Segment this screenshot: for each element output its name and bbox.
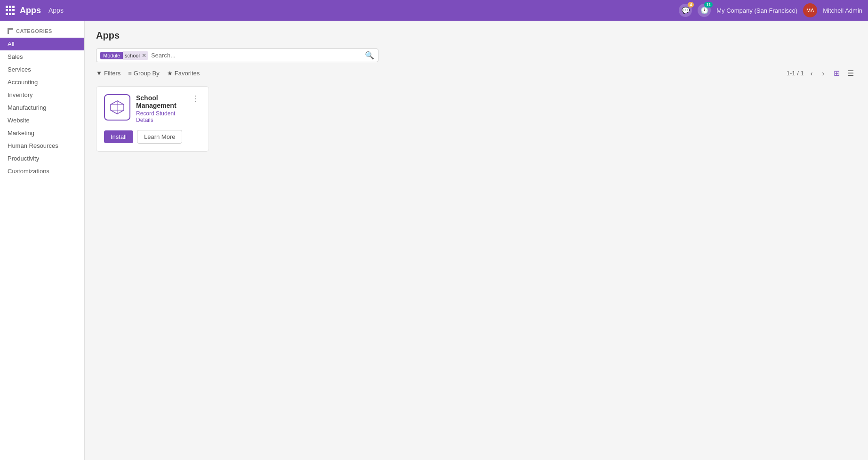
sidebar: CATEGORIES AllSalesServicesAccountingInv…	[0, 21, 85, 460]
chat-badge: 4	[688, 2, 694, 8]
pagination-prev[interactable]: ‹	[808, 69, 816, 78]
list-view-button[interactable]: ☰	[844, 68, 857, 79]
filter-actions: ▼ Filters ≡ Group By ★ Favorites	[96, 70, 200, 77]
sidebar-item-manufacturing[interactable]: Manufacturing	[0, 101, 84, 114]
filters-button[interactable]: ▼ Filters	[96, 70, 121, 77]
groupby-button[interactable]: ≡ Group By	[128, 70, 160, 77]
sidebar-item-customizations[interactable]: Customizations	[0, 165, 84, 178]
company-name[interactable]: My Company (San Francisco)	[716, 7, 797, 14]
app-card-actions: Install Learn More	[104, 130, 201, 144]
app-layout: CATEGORIES AllSalesServicesAccountingInv…	[0, 21, 868, 460]
search-input[interactable]	[151, 52, 363, 59]
user-avatar[interactable]: MA	[803, 3, 817, 17]
sidebar-item-human-resources[interactable]: Human Resources	[0, 139, 84, 152]
main-content: Apps Module school ✕ 🔍 ▼ Filters	[85, 21, 868, 460]
categories-label: CATEGORIES	[0, 28, 84, 38]
app-card-desc: Record Student Details	[136, 110, 190, 123]
breadcrumb: Apps	[48, 7, 64, 14]
pagination-count: 1-1 / 1	[787, 70, 804, 77]
sidebar-item-productivity[interactable]: Productivity	[0, 152, 84, 165]
app-card-icon	[104, 94, 130, 121]
search-bar: Module school ✕ 🔍	[96, 48, 378, 62]
search-bar-row: Module school ✕ 🔍	[96, 48, 857, 62]
grid-view-button[interactable]: ⊞	[831, 68, 843, 79]
app-card: School Management Record Student Details…	[96, 86, 209, 152]
app-card-name: School Management	[136, 94, 190, 109]
app-card-menu-icon[interactable]: ⋮	[190, 94, 201, 103]
chat-notification-icon[interactable]: 💬 4	[679, 4, 692, 17]
app-card-header: School Management Record Student Details…	[104, 94, 201, 123]
sidebar-item-sales[interactable]: Sales	[0, 50, 84, 63]
filter-icon: ▼	[96, 70, 102, 77]
grid-menu-icon[interactable]	[6, 6, 15, 15]
learn-more-button[interactable]: Learn More	[137, 130, 182, 144]
favorites-button[interactable]: ★ Favorites	[167, 70, 200, 77]
sidebar-item-inventory[interactable]: Inventory	[0, 89, 84, 101]
apps-grid: School Management Record Student Details…	[96, 86, 857, 152]
sidebar-item-accounting[interactable]: Accounting	[0, 76, 84, 89]
groupby-icon: ≡	[128, 70, 132, 77]
filter-row: ▼ Filters ≡ Group By ★ Favorites 1-1 / 1…	[96, 68, 857, 79]
star-icon: ★	[167, 70, 173, 77]
sidebar-item-website[interactable]: Website	[0, 114, 84, 127]
sidebar-item-all[interactable]: All	[0, 38, 84, 50]
search-submit-icon[interactable]: 🔍	[365, 51, 374, 60]
top-nav-right: 💬 4 🕐 11 My Company (San Francisco) MA M…	[679, 3, 862, 17]
view-toggle: ⊞ ☰	[831, 68, 857, 79]
sidebar-item-marketing[interactable]: Marketing	[0, 127, 84, 139]
install-button[interactable]: Install	[104, 130, 133, 143]
app-title: Apps	[20, 6, 41, 16]
pagination-next[interactable]: ›	[819, 69, 827, 78]
top-navigation: Apps Apps 💬 4 🕐 11 My Company (San Franc…	[0, 0, 868, 21]
page-title: Apps	[96, 30, 857, 41]
activity-notification-icon[interactable]: 🕐 11	[698, 4, 711, 17]
search-tag-module: Module	[100, 52, 123, 59]
user-name[interactable]: Mitchell Admin	[823, 7, 862, 14]
activity-badge: 11	[704, 2, 713, 8]
app-card-info: School Management Record Student Details	[136, 94, 190, 123]
search-tag-remove-icon[interactable]: ✕	[142, 52, 146, 59]
search-tag-value: school ✕	[123, 51, 148, 60]
sidebar-item-services[interactable]: Services	[0, 63, 84, 76]
